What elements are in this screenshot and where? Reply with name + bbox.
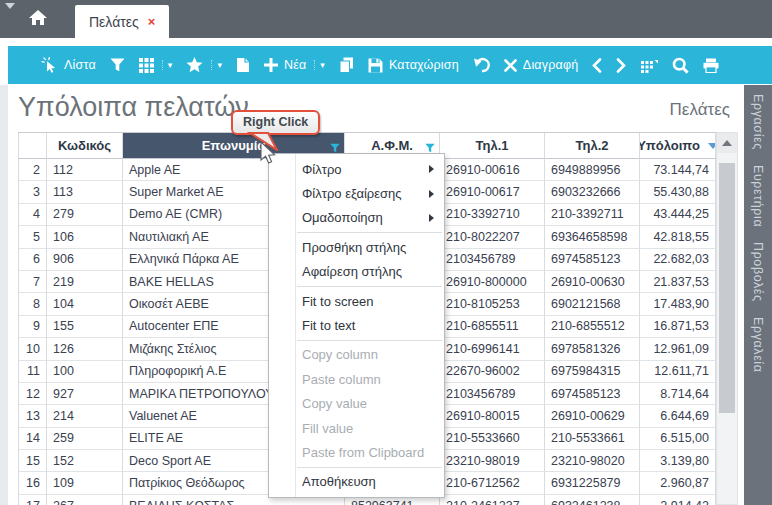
cell-code[interactable]: 104 — [47, 293, 123, 315]
cell-code[interactable]: 906 — [47, 249, 123, 271]
cell-balance[interactable]: 17.483,90 — [640, 293, 716, 315]
cell-tel2[interactable]: 6932461238 — [545, 495, 640, 505]
favorites-button[interactable]: ▾ — [179, 46, 229, 84]
cell-tel2[interactable]: 69364658598 — [545, 226, 640, 248]
cell-tel1[interactable]: 210-5533660 — [440, 428, 545, 450]
menu-item-3[interactable]: Προσθήκη στήλης — [269, 235, 444, 259]
cell-tel2[interactable]: 6931225879 — [545, 472, 640, 494]
cell-tel2[interactable]: 6903232666 — [545, 181, 640, 203]
cell-num[interactable]: 2 — [18, 159, 47, 181]
cell-code[interactable]: 100 — [47, 361, 123, 383]
cell-tel2[interactable]: 6975984315 — [545, 361, 640, 383]
cell-num[interactable]: 14 — [18, 428, 47, 450]
new-button[interactable]: Νέα▾ — [257, 46, 332, 84]
cell-code[interactable]: 126 — [47, 338, 123, 360]
cell-tel1[interactable]: 210-2461237 — [440, 495, 545, 505]
cell-tel1[interactable]: 2103456789 — [440, 249, 545, 271]
next-record-button[interactable] — [609, 46, 633, 84]
cell-tel1[interactable]: 210-6855511 — [440, 316, 545, 338]
cell-num[interactable]: 15 — [18, 450, 47, 472]
save-button[interactable]: Καταχώριση — [361, 46, 466, 84]
cell-code[interactable]: 155 — [47, 316, 123, 338]
sidebar-tab-3[interactable]: Εργαλεία — [751, 317, 765, 373]
tab-pelates[interactable]: Πελάτες × — [75, 5, 169, 38]
cell-num[interactable]: 17 — [18, 495, 47, 505]
cell-num[interactable]: 10 — [18, 338, 47, 360]
search-button[interactable] — [665, 46, 696, 84]
cell-tel1[interactable]: 26910-800000 — [440, 271, 545, 293]
cell-code[interactable]: 106 — [47, 226, 123, 248]
cell-tel2[interactable]: 210-3392711 — [545, 204, 640, 226]
cell-num[interactable]: 8 — [18, 293, 47, 315]
copy-button[interactable] — [332, 46, 361, 84]
cell-tel2[interactable]: 6978581326 — [545, 338, 640, 360]
undo-button[interactable] — [466, 46, 497, 84]
cell-tel1[interactable]: 210-8105253 — [440, 293, 545, 315]
cell-tel2[interactable]: 6974585123 — [545, 383, 640, 405]
menu-item-6[interactable]: Fit to text — [269, 313, 444, 337]
cell-code[interactable]: 152 — [47, 450, 123, 472]
cell-code[interactable]: 219 — [47, 271, 123, 293]
cell-code[interactable]: 259 — [47, 428, 123, 450]
cell-tel2[interactable]: 26910-00630 — [545, 271, 640, 293]
cell-balance[interactable]: 43.444,25 — [640, 204, 716, 226]
cell-num[interactable]: 5 — [18, 226, 47, 248]
cell-tel2[interactable]: 210-5533661 — [545, 428, 640, 450]
cell-balance[interactable]: 6.644,69 — [640, 405, 716, 427]
cell-tel2[interactable]: 210-6855512 — [545, 316, 640, 338]
sidebar-tab-0[interactable]: Εργασίες — [751, 94, 765, 150]
cell-balance[interactable]: 2.960,87 — [640, 472, 716, 494]
cell-balance[interactable]: 8.714,64 — [640, 383, 716, 405]
cell-num[interactable]: 3 — [18, 181, 47, 203]
cell-balance[interactable]: 16.871,53 — [640, 316, 716, 338]
cell-num[interactable]: 9 — [18, 316, 47, 338]
vertical-scrollbar[interactable] — [716, 132, 738, 505]
cell-balance[interactable]: 2.914,42 — [640, 495, 716, 505]
cell-balance[interactable]: 42.818,55 — [640, 226, 716, 248]
column-header-balance[interactable]: Υπόλοιπο — [640, 133, 716, 159]
cell-num[interactable]: 7 — [18, 271, 47, 293]
column-header-code[interactable]: Κωδικός — [47, 133, 123, 159]
scrollbar-thumb[interactable] — [719, 163, 735, 413]
cell-code[interactable]: 113 — [47, 181, 123, 203]
cell-code[interactable]: 112 — [47, 159, 123, 181]
cell-balance[interactable]: 22.682,03 — [640, 249, 716, 271]
cell-tel2[interactable]: 6949889956 — [545, 159, 640, 181]
cell-balance[interactable]: 12.611,71 — [640, 361, 716, 383]
cell-num[interactable]: 16 — [18, 472, 47, 494]
menu-item-2[interactable]: Ομαδοποίηση — [269, 206, 444, 230]
print-button[interactable] — [696, 46, 726, 84]
cell-balance[interactable]: 3.139,80 — [640, 450, 716, 472]
delete-button[interactable]: Διαγραφή — [497, 46, 586, 84]
home-tab[interactable] — [24, 8, 52, 30]
prev-record-button[interactable] — [585, 46, 609, 84]
filter-button[interactable] — [103, 46, 132, 84]
list-button[interactable]: Λίστα — [34, 46, 103, 84]
cell-tel1[interactable]: 2103456789 — [440, 383, 545, 405]
cell-tel1[interactable]: 22670-96002 — [440, 361, 545, 383]
cell-tel1[interactable]: 210-8022207 — [440, 226, 545, 248]
cell-balance[interactable]: 12.961,09 — [640, 338, 716, 360]
close-icon[interactable]: × — [148, 15, 156, 28]
cell-code[interactable]: 927 — [47, 383, 123, 405]
layout-button[interactable]: ▾ — [132, 46, 180, 84]
cell-code[interactable]: 279 — [47, 204, 123, 226]
menu-item-12[interactable]: Αποθήκευση — [269, 470, 444, 494]
sidebar-tab-1[interactable]: Ευρετήρια — [751, 165, 765, 227]
cell-balance[interactable]: 21.837,53 — [640, 271, 716, 293]
cell-balance[interactable]: 73.144,74 — [640, 159, 716, 181]
cell-balance[interactable]: 55.430,88 — [640, 181, 716, 203]
cell-code[interactable]: 109 — [47, 472, 123, 494]
export-button[interactable] — [229, 46, 257, 84]
menu-item-0[interactable]: Φίλτρο — [269, 157, 444, 181]
sidebar-tab-2[interactable]: Προβολές — [751, 242, 765, 302]
cell-num[interactable]: 13 — [18, 405, 47, 427]
cell-num[interactable]: 4 — [18, 204, 47, 226]
column-header-tel2[interactable]: Τηλ.2 — [545, 133, 640, 159]
cell-tel1[interactable]: 26910-00617 — [440, 181, 545, 203]
scroll-up-button[interactable] — [717, 133, 737, 153]
cell-tel1[interactable]: 23210-98019 — [440, 450, 545, 472]
cell-tel1[interactable]: 26910-00616 — [440, 159, 545, 181]
cell-balance[interactable]: 6.515,00 — [640, 428, 716, 450]
cell-code[interactable]: 267 — [47, 495, 123, 505]
